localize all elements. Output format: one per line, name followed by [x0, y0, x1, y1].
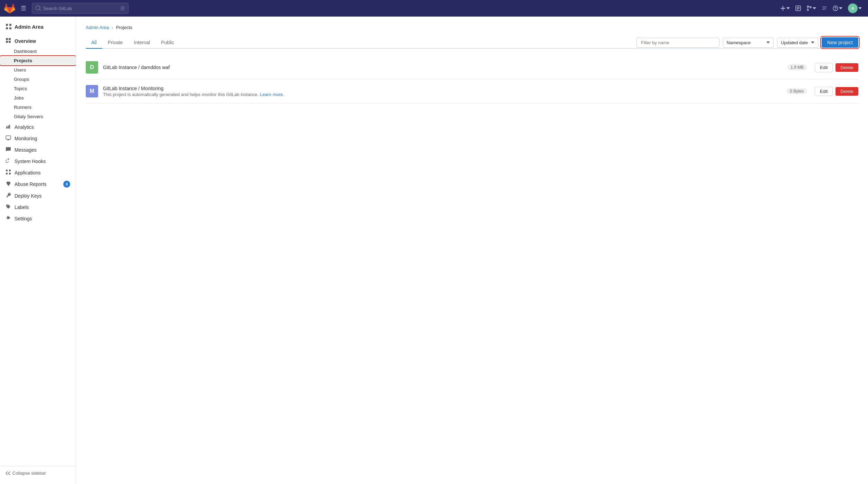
filter-by-name-input[interactable] — [636, 38, 719, 48]
search-input[interactable] — [43, 6, 118, 11]
svg-rect-9 — [6, 38, 8, 40]
sidebar-item-deploy-keys[interactable]: Deploy Keys — [0, 190, 76, 201]
user-avatar: A — [848, 3, 858, 13]
sidebar-item-labels[interactable]: Labels — [0, 201, 76, 213]
sidebar-item-system-hooks[interactable]: System Hooks — [0, 155, 76, 167]
sidebar-title: Admin Area — [15, 24, 44, 30]
admin-area-icon — [6, 23, 12, 30]
sidebar-labels-label: Labels — [15, 205, 29, 210]
overview-icon — [6, 38, 11, 44]
labels-icon — [6, 204, 11, 210]
sidebar-item-overview[interactable]: Overview — [0, 35, 76, 47]
project-name-monitoring[interactable]: GitLab Instance / Monitoring — [103, 86, 782, 91]
sidebar-item-monitoring[interactable]: Monitoring — [0, 133, 76, 144]
filter-tab-private[interactable]: Private — [102, 37, 129, 49]
analytics-icon — [6, 124, 11, 130]
namespace-select[interactable]: Namespace User namespace Group namespace — [723, 38, 774, 48]
sidebar-item-projects[interactable]: Projects — [0, 56, 76, 65]
gitlab-logo-icon — [4, 3, 15, 14]
delete-button-damddos-waf[interactable]: Delete — [836, 63, 858, 72]
todo-icon-button[interactable] — [820, 4, 829, 12]
merge-requests-icon-button[interactable] — [804, 4, 818, 12]
sidebar-item-abuse-reports[interactable]: Abuse Reports 0 — [0, 178, 76, 190]
filter-tab-public[interactable]: Public — [156, 37, 180, 49]
sidebar-item-settings[interactable]: Settings — [0, 213, 76, 224]
help-icon-button[interactable] — [831, 4, 844, 12]
monitoring-icon — [6, 135, 11, 142]
sidebar-item-jobs[interactable]: Jobs — [0, 93, 76, 103]
projects-list: D GitLab Instance / damddos waf 1.9 MB E… — [86, 56, 858, 103]
issues-icon-button[interactable] — [793, 4, 803, 12]
breadcrumb-current: Projects — [116, 25, 132, 30]
svg-rect-11 — [6, 41, 8, 43]
svg-rect-12 — [9, 41, 11, 43]
settings-icon — [6, 215, 11, 222]
deploy-keys-icon — [6, 192, 11, 199]
svg-rect-14 — [6, 170, 8, 171]
abuse-reports-icon — [6, 181, 11, 188]
svg-rect-10 — [9, 38, 11, 40]
learn-more-link[interactable]: Learn more. — [260, 92, 284, 97]
applications-icon — [6, 169, 11, 176]
sidebar-overview-label: Overview — [15, 38, 36, 44]
breadcrumb-separator: › — [112, 25, 113, 30]
sidebar-item-applications[interactable]: Applications — [0, 167, 76, 178]
sidebar-applications-label: Applications — [15, 170, 41, 175]
sidebar-system-hooks-label: System Hooks — [15, 159, 46, 164]
svg-rect-17 — [9, 173, 11, 174]
sidebar-item-topics[interactable]: Topics — [0, 84, 76, 93]
sidebar-item-gitaly-servers[interactable]: Gitaly Servers — [0, 112, 76, 121]
sidebar-settings-label: Settings — [15, 216, 32, 221]
filter-tab-internal[interactable]: Internal — [128, 37, 156, 49]
abuse-reports-badge: 0 — [63, 181, 70, 188]
svg-rect-8 — [9, 27, 11, 29]
sidebar-item-dashboard[interactable]: Dashboard — [0, 47, 76, 56]
page-layout: Admin Area Overview Dashboard Projects U… — [0, 17, 868, 484]
svg-rect-6 — [9, 24, 11, 26]
project-description-monitoring: This project is automatically generated … — [103, 92, 782, 97]
project-size-monitoring: 0 Bytes — [786, 88, 807, 94]
sidebar-messages-label: Messages — [15, 147, 37, 153]
collapse-sidebar-button[interactable]: Collapse sidebar — [0, 466, 76, 480]
delete-button-monitoring[interactable]: Delete — [836, 87, 858, 96]
main-content: Admin Area › Projects All Private Intern… — [76, 17, 868, 484]
project-name-damddos-waf[interactable]: GitLab Instance / damddos waf — [103, 65, 782, 70]
project-avatar-m: M — [86, 85, 98, 97]
search-icon — [36, 6, 41, 11]
sidebar-abuse-reports-label: Abuse Reports — [15, 181, 47, 187]
edit-button-damddos-waf[interactable]: Edit — [815, 63, 833, 72]
svg-rect-7 — [6, 27, 8, 29]
breadcrumb-parent-link[interactable]: Admin Area — [86, 25, 109, 30]
sidebar-item-messages[interactable]: Messages — [0, 144, 76, 155]
new-project-button[interactable]: New project — [822, 37, 858, 48]
sidebar-monitoring-label: Monitoring — [15, 136, 37, 141]
filter-tab-all[interactable]: All — [86, 37, 102, 49]
avatar-button[interactable]: A — [846, 2, 864, 15]
slash-shortcut: / — [120, 6, 125, 11]
sidebar-item-groups[interactable]: Groups — [0, 75, 76, 84]
search-bar: / — [32, 3, 129, 14]
svg-rect-13 — [6, 136, 11, 139]
project-info-damddos-waf: GitLab Instance / damddos waf — [103, 65, 782, 70]
messages-icon — [6, 146, 11, 153]
plus-icon-button[interactable] — [778, 4, 792, 12]
collapse-sidebar-label: Collapse sidebar — [12, 471, 46, 476]
sidebar-item-analytics[interactable]: Analytics — [0, 121, 76, 133]
svg-rect-16 — [6, 173, 8, 174]
topnav-icons: A — [778, 2, 864, 15]
project-info-monitoring: GitLab Instance / Monitoring This projec… — [103, 86, 782, 97]
sidebar: Admin Area Overview Dashboard Projects U… — [0, 17, 76, 484]
collapse-icon — [6, 471, 10, 476]
breadcrumb: Admin Area › Projects — [86, 25, 858, 30]
sidebar-item-users[interactable]: Users — [0, 65, 76, 75]
svg-point-4 — [833, 6, 838, 11]
svg-rect-15 — [9, 170, 11, 171]
hamburger-menu-icon[interactable]: ☰ — [18, 3, 29, 13]
sidebar-item-runners[interactable]: Runners — [0, 103, 76, 112]
sort-select[interactable]: Updated date Created date Last activity … — [777, 38, 818, 48]
project-actions-damddos-waf: Edit Delete — [815, 63, 858, 72]
svg-rect-5 — [6, 24, 8, 26]
edit-button-monitoring[interactable]: Edit — [815, 87, 833, 96]
project-size-damddos-waf: 1.9 MB — [787, 64, 807, 70]
system-hooks-icon — [6, 158, 11, 164]
